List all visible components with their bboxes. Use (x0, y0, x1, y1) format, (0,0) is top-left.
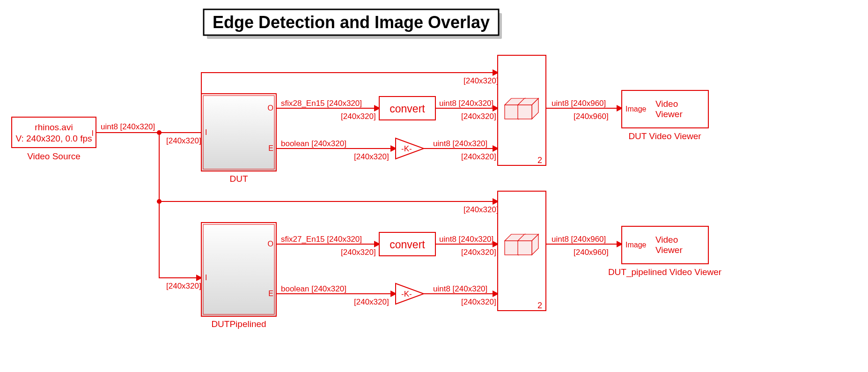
dut-pipe-in-dim: [240x320] (166, 282, 201, 290)
svg-text:convert: convert (390, 103, 425, 115)
dut-in-dim: [240x320] (166, 136, 201, 145)
video-source-port: I (92, 129, 94, 137)
gain1-block[interactable]: -K- (396, 138, 424, 159)
convert1-out-bot: [240x320] (461, 112, 496, 121)
dut-e-top: boolean [240x320] (281, 139, 346, 148)
svg-text:2: 2 (537, 301, 542, 310)
video-source-name: Video Source (27, 151, 81, 161)
svg-text:I: I (205, 128, 207, 136)
dutpipe-e-bot: [240x320] (354, 298, 389, 306)
dut-o-bot: [240x320] (341, 112, 376, 121)
svg-text:Image: Image (625, 241, 647, 249)
video-source-info: V: 240x320, 0.0 fps (15, 134, 92, 143)
diagram-canvas: Edge Detection and Image Overlay rhinos.… (0, 0, 868, 372)
diagram-title: Edge Detection and Image Overlay (204, 9, 502, 39)
concat2-out-bot: [240x960] (574, 248, 609, 257)
dut-e-bot: [240x320] (354, 152, 389, 161)
svg-text:-K-: -K- (401, 290, 412, 298)
gain1-out-bot: [240x320] (461, 152, 496, 161)
svg-text:I: I (205, 274, 207, 282)
svg-text:Viewer: Viewer (655, 109, 683, 119)
dutpipe-o-top: sfix27_En15 [240x320] (281, 235, 362, 244)
svg-text:convert: convert (390, 238, 425, 251)
gain2-out-top: uint8 [240x320] (433, 284, 487, 293)
wire-src-dutpipe (159, 201, 201, 278)
dut-block[interactable]: I O E DUT (201, 94, 276, 184)
gain2-out-bot: [240x320] (461, 298, 496, 306)
concat1-out-bot: [240x960] (574, 112, 609, 121)
convert1-block[interactable]: convert (379, 97, 435, 120)
viewer2-name: DUT_pipelined Video Viewer (608, 267, 722, 277)
svg-rect-4 (201, 94, 276, 171)
concat1-block[interactable]: 2 (498, 55, 546, 165)
convert1-out-top: uint8 [240x320] (439, 99, 493, 108)
dut-pipe-name: DUTPipelined (211, 319, 266, 329)
convert2-block[interactable]: convert (379, 232, 435, 256)
svg-text:Video: Video (655, 235, 678, 245)
dut-name: DUT (229, 174, 248, 184)
convert2-out-bot: [240x320] (461, 248, 496, 257)
src-out-type-label: uint8 [240x320] (101, 122, 155, 131)
dutpipe-e-top: boolean [240x320] (281, 284, 346, 293)
viewer1-block[interactable]: Image Video Viewer DUT Video Viewer (622, 90, 708, 141)
concat1-in1-dim: [240x320] (463, 76, 499, 85)
svg-rect-37 (505, 241, 519, 255)
svg-rect-40 (518, 241, 532, 255)
svg-text:O: O (268, 104, 273, 112)
gain2-block[interactable]: -K- (396, 283, 424, 304)
svg-text:2: 2 (537, 156, 542, 165)
viewer2-block[interactable]: Image Video Viewer DUT_pipelined Video V… (608, 226, 722, 277)
convert2-out-top: uint8 [240x320] (439, 235, 493, 244)
svg-rect-19 (518, 105, 532, 119)
svg-text:Video: Video (655, 99, 678, 109)
concat2-block[interactable]: 2 (498, 191, 546, 311)
viewer1-name: DUT Video Viewer (628, 131, 701, 141)
svg-text:Image: Image (625, 105, 647, 113)
concat1-out-top: uint8 [240x960] (552, 99, 606, 108)
svg-rect-16 (505, 105, 519, 119)
svg-text:-K-: -K- (401, 144, 412, 153)
dutpipe-o-bot: [240x320] (341, 248, 376, 257)
gain1-out-top: uint8 [240x320] (433, 139, 487, 148)
svg-text:Viewer: Viewer (655, 245, 683, 255)
dut-pipelined-block[interactable]: I O E DUTPipelined (201, 223, 276, 329)
svg-text:O: O (268, 240, 273, 248)
svg-text:E: E (268, 290, 273, 298)
concat2-in1-dim: [240x320] (463, 205, 499, 214)
video-source-block[interactable]: rhinos.avi V: 240x320, 0.0 fps I Video S… (12, 117, 96, 161)
video-source-file: rhinos.avi (35, 122, 73, 132)
dut-o-top: sfix28_En15 [240x320] (281, 99, 362, 108)
svg-rect-25 (201, 223, 276, 316)
svg-text:Edge Detection and Image Overl: Edge Detection and Image Overlay (213, 13, 490, 32)
svg-text:E: E (268, 144, 273, 152)
concat2-out-top: uint8 [240x960] (552, 235, 606, 244)
